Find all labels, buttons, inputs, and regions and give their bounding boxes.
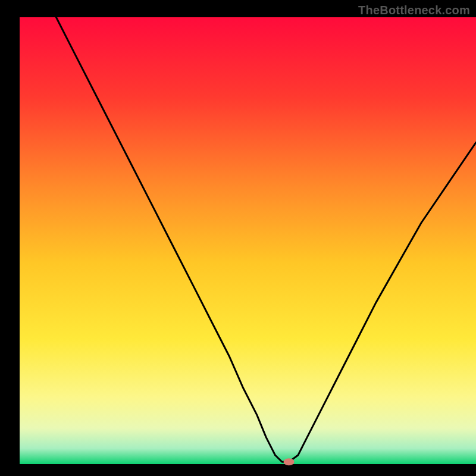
chart-frame: TheBottleneck.com	[0, 0, 476, 476]
optimal-marker	[284, 458, 295, 465]
bottleneck-chart	[0, 0, 476, 476]
watermark-text: TheBottleneck.com	[358, 4, 470, 17]
